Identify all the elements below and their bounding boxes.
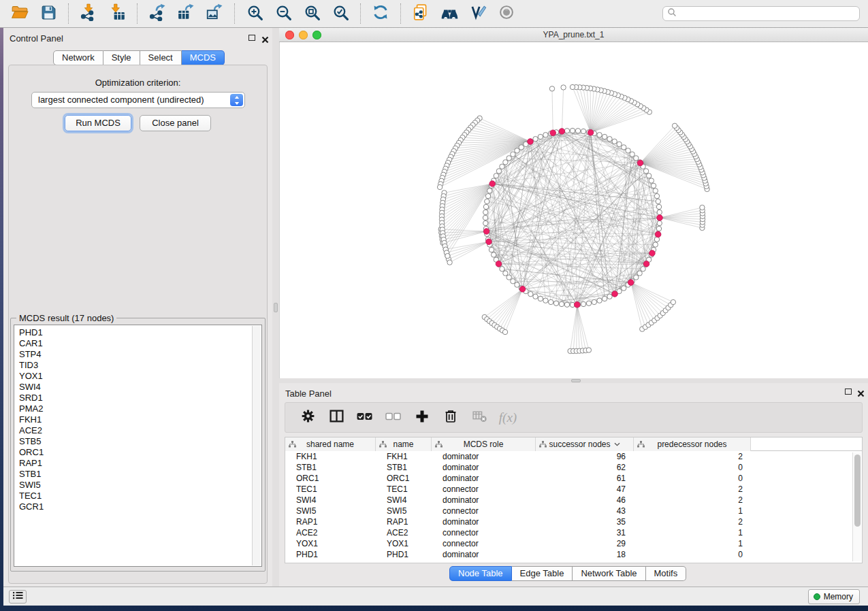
tab-mcds[interactable]: MCDS [182, 50, 225, 65]
zoom-fit-button[interactable] [300, 2, 323, 25]
table-row[interactable]: PHD1PHD1dominator180 [285, 549, 862, 560]
splitter-grip[interactable] [571, 379, 581, 382]
table-row[interactable]: ORC1ORC1dominator610 [285, 473, 862, 484]
mcds-result-item[interactable]: ORC1 [15, 447, 251, 458]
column-header-name[interactable]: name [376, 437, 432, 451]
table-row[interactable]: TEC1TEC1connector472 [285, 484, 862, 495]
import-network-button[interactable] [77, 2, 100, 25]
task-history-button[interactable] [9, 590, 27, 604]
tab-motifs[interactable]: Motifs [646, 566, 687, 581]
mcds-list-scrollbar[interactable] [252, 326, 261, 565]
save-session-button[interactable] [37, 2, 60, 25]
float-panel-icon[interactable] [845, 389, 852, 395]
network-window-titlebar[interactable]: YPA_prune.txt_1 [279, 28, 868, 42]
mcds-result-item[interactable]: SRD1 [15, 393, 251, 403]
memory-button[interactable]: Memory [808, 589, 860, 604]
zoom-selected-button[interactable] [329, 2, 352, 25]
table-row[interactable]: RAP1RAP1dominator352 [285, 516, 862, 527]
import-network-icon [80, 3, 97, 24]
search-field[interactable] [662, 6, 860, 21]
mcds-result-item[interactable]: TEC1 [15, 491, 251, 501]
find-button[interactable] [438, 2, 461, 25]
style-pen-button[interactable] [466, 2, 489, 25]
table-row[interactable]: ACE2ACE2connector311 [285, 527, 862, 538]
mcds-result-item[interactable]: ACE2 [15, 425, 251, 436]
mcds-result-item[interactable]: SWI4 [15, 382, 251, 393]
close-panel-icon[interactable] [857, 388, 865, 395]
select-all-button[interactable] [353, 408, 376, 428]
table-scrollbar[interactable] [852, 452, 861, 561]
zoom-out-icon [275, 4, 292, 24]
zoom-in-button[interactable] [243, 2, 266, 25]
mcds-result-item[interactable]: YOX1 [15, 371, 251, 382]
mcds-result-item[interactable]: STB5 [15, 436, 251, 447]
column-header-shared-name[interactable]: shared name [285, 437, 376, 451]
mcds-result-item[interactable]: RAP1 [15, 458, 251, 469]
network-canvas[interactable] [279, 42, 868, 378]
zoom-out-button[interactable] [272, 2, 295, 25]
show-column-panel-button[interactable] [325, 408, 348, 428]
close-panel-icon[interactable] [261, 34, 269, 42]
table-row[interactable]: SWI5SWI5connector431 [285, 506, 862, 516]
mcds-result-item[interactable]: PMA2 [15, 403, 251, 414]
open-file-button[interactable] [8, 2, 31, 25]
table-row[interactable]: YOX1YOX1connector291 [285, 538, 862, 549]
scrollbar-thumb[interactable] [854, 455, 861, 527]
main-toolbar [0, 0, 868, 28]
list-icon [12, 591, 23, 603]
import-table-button[interactable] [106, 2, 129, 25]
tab-network[interactable]: Network [53, 50, 103, 65]
column-header-successor-nodes[interactable]: successor nodes [536, 437, 634, 451]
horizontal-splitter[interactable] [279, 378, 868, 383]
status-bar: Memory [3, 587, 868, 606]
delete-column-button[interactable] [439, 408, 462, 428]
control-panel-tabbar: NetworkStyleSelectMCDS [53, 50, 225, 65]
tab-select[interactable]: Select [140, 50, 182, 65]
export-image-button[interactable] [203, 2, 226, 25]
mcds-result-item[interactable]: STP4 [15, 349, 251, 360]
network-graph[interactable] [280, 42, 868, 378]
unchecked-boxes-icon [385, 409, 402, 427]
table-panel-tabbar: Node TableEdge TableNetwork TableMotifs [449, 566, 686, 581]
mcds-tab-content: Optimization criterion: largest connecte… [8, 65, 268, 584]
export-table-icon [177, 3, 195, 24]
tab-network-table[interactable]: Network Table [573, 566, 645, 581]
tab-style[interactable]: Style [103, 50, 140, 65]
export-network-icon [148, 3, 166, 24]
table-toolbar: f(x) [285, 402, 863, 433]
control-panel: Control Panel NetworkStyleSelectMCDS Opt… [3, 28, 272, 587]
mcds-result-item[interactable]: STB1 [15, 469, 251, 480]
mcds-result-item[interactable]: SWI5 [15, 480, 251, 491]
optimization-criterion-dropdown[interactable]: largest connected component (undirected) [31, 92, 245, 108]
network-document-button[interactable] [409, 2, 432, 25]
column-header-predecessor-nodes[interactable]: predecessor nodes [634, 437, 751, 451]
style-pen-icon [469, 3, 487, 24]
splitter-grip[interactable] [274, 303, 278, 312]
column-header-mcds-role[interactable]: MCDS role [432, 437, 536, 451]
show-hide-button[interactable] [495, 2, 518, 25]
export-network-button[interactable] [146, 2, 169, 25]
run-mcds-button[interactable]: Run MCDS [65, 115, 131, 131]
search-input[interactable] [677, 7, 859, 20]
tab-node-table[interactable]: Node Table [449, 566, 512, 581]
export-table-button[interactable] [174, 2, 197, 25]
table-row[interactable]: STB1STB1dominator620 [285, 462, 862, 473]
mcds-result-item[interactable]: CAR1 [15, 338, 251, 349]
table-row[interactable]: SWI4SWI4dominator462 [285, 495, 862, 506]
dropdown-stepper-icon [230, 94, 243, 106]
mcds-result-item[interactable]: TID3 [15, 360, 251, 371]
apply-layout-button[interactable] [369, 2, 392, 25]
delete-table-button[interactable] [468, 408, 491, 428]
tab-edge-table[interactable]: Edge Table [512, 566, 573, 581]
mcds-result-item[interactable]: GCR1 [15, 501, 251, 512]
mcds-result-item[interactable]: FKH1 [15, 414, 251, 425]
function-builder-button[interactable]: f(x) [496, 408, 519, 428]
table-row[interactable]: FKH1FKH1dominator962 [285, 451, 862, 462]
vertical-splitter[interactable] [272, 28, 279, 587]
mcds-result-item[interactable]: PHD1 [15, 327, 251, 338]
table-settings-button[interactable] [296, 408, 319, 428]
create-column-button[interactable] [411, 408, 434, 428]
deselect-all-button[interactable] [382, 408, 405, 428]
close-panel-button[interactable]: Close panel [140, 115, 211, 131]
float-panel-icon[interactable] [248, 35, 255, 41]
